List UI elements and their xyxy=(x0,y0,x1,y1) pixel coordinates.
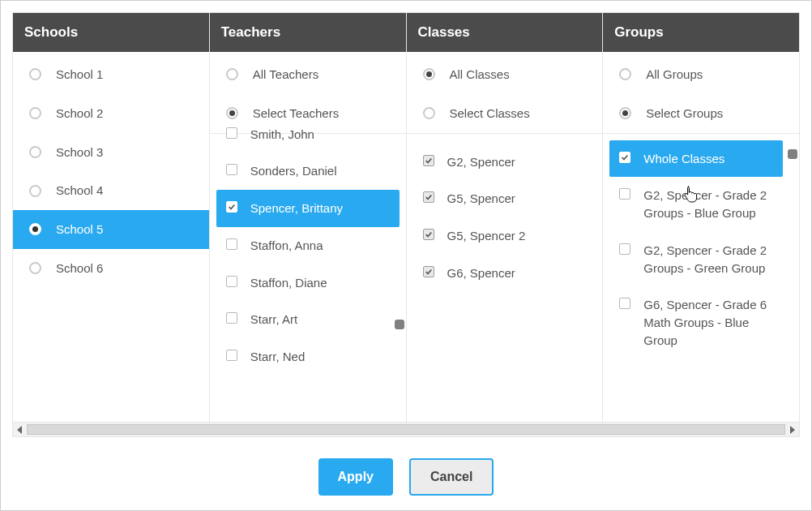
radio-icon xyxy=(619,107,631,119)
column-body-schools: School 1School 2School 3School 4School 5… xyxy=(13,52,209,422)
checkbox-icon xyxy=(226,164,237,175)
class-label: G2, Spencer xyxy=(447,153,515,171)
radio-icon xyxy=(29,223,41,235)
checkbox-icon xyxy=(226,312,237,324)
teacher-label: Smith, John xyxy=(250,126,314,144)
checkbox-icon xyxy=(423,229,434,240)
scroll-thumb[interactable] xyxy=(27,424,785,435)
checkbox-icon xyxy=(619,188,630,200)
teacher-item[interactable]: Spencer, Brittany xyxy=(216,190,400,227)
column-header-groups: Groups xyxy=(603,13,799,52)
classes-modes: All ClassesSelect Classes xyxy=(407,52,603,133)
school-option[interactable]: School 4 xyxy=(13,171,209,210)
group-label: G2, Spencer - Grade 2 Groups - Blue Grou… xyxy=(643,187,773,222)
scrollbar-thumb[interactable] xyxy=(395,320,404,329)
scrollbar-thumb[interactable] xyxy=(788,149,797,159)
checkbox-icon xyxy=(226,201,237,213)
cancel-button[interactable]: Cancel xyxy=(409,458,494,496)
classes-mode-option[interactable]: All Classes xyxy=(407,55,603,94)
school-label: School 6 xyxy=(56,260,103,277)
teacher-label: Staffon, Diane xyxy=(250,274,327,292)
checkbox-icon xyxy=(619,243,630,255)
school-option[interactable]: School 5 xyxy=(13,210,209,249)
groups-mode-label: All Groups xyxy=(646,66,703,84)
class-item[interactable]: G5, Spencer 2 xyxy=(413,217,596,255)
checkbox-icon xyxy=(226,238,237,250)
scroll-left-icon[interactable] xyxy=(17,426,22,434)
class-item[interactable]: G5, Spencer xyxy=(413,180,596,217)
class-label: G5, Spencer xyxy=(447,190,515,208)
radio-icon xyxy=(619,68,631,80)
column-classes: Classes All ClassesSelect Classes G2, Sp… xyxy=(407,13,604,422)
column-header-teachers: Teachers xyxy=(210,13,406,52)
teacher-item[interactable]: Starr, Art xyxy=(216,301,400,338)
checkbox-icon xyxy=(226,276,237,287)
school-option[interactable]: School 6 xyxy=(13,249,209,288)
classes-mode-label: All Classes xyxy=(450,66,510,84)
teachers-mode-label: Select Teachers xyxy=(253,105,339,122)
checkbox-icon xyxy=(423,266,434,277)
apply-button[interactable]: Apply xyxy=(318,458,393,496)
horizontal-scrollbar[interactable] xyxy=(12,423,800,437)
column-schools: Schools School 1School 2School 3School 4… xyxy=(13,13,210,422)
group-item[interactable]: G6, Spencer - Grade 6 Math Groups - Blue… xyxy=(609,286,783,359)
school-option[interactable]: School 2 xyxy=(13,94,209,133)
groups-modes: All GroupsSelect Groups xyxy=(603,52,799,133)
radio-icon xyxy=(423,107,435,119)
teacher-item[interactable]: Sonders, Daniel xyxy=(216,152,400,190)
column-teachers: Teachers All TeachersSelect Teachers Smi… xyxy=(210,13,407,422)
column-body-groups: All GroupsSelect Groups Whole ClassesG2,… xyxy=(603,52,799,422)
school-label: School 2 xyxy=(56,105,103,122)
teacher-label: Starr, Ned xyxy=(250,348,306,366)
teacher-item[interactable]: Starr, Ned xyxy=(216,338,400,376)
schools-list: School 1School 2School 3School 4School 5… xyxy=(13,52,209,288)
radio-icon xyxy=(423,68,435,80)
school-option[interactable]: School 3 xyxy=(13,133,209,172)
class-item[interactable]: G2, Spencer xyxy=(413,144,596,181)
group-item[interactable]: G2, Spencer - Grade 2 Groups - Blue Grou… xyxy=(609,177,783,232)
teachers-mode-label: All Teachers xyxy=(253,66,318,84)
radio-icon xyxy=(29,68,41,80)
scroll-right-icon[interactable] xyxy=(790,426,795,434)
teacher-label: Starr, Art xyxy=(250,311,297,328)
groups-mode-label: Select Groups xyxy=(646,105,723,122)
column-groups: Groups All GroupsSelect Groups Whole Cla… xyxy=(603,13,799,422)
classes-mode-option[interactable]: Select Classes xyxy=(407,94,603,133)
classes-mode-label: Select Classes xyxy=(450,105,530,122)
teachers-items: Smith, JohnSonders, DanielSpencer, Britt… xyxy=(210,116,406,376)
checkbox-icon xyxy=(423,155,434,166)
dialog-footer: Apply Cancel xyxy=(12,437,800,496)
groups-items: Whole ClassesG2, Spencer - Grade 2 Group… xyxy=(603,134,799,359)
teacher-item[interactable]: Staffon, Anna xyxy=(216,227,400,264)
classes-items: G2, SpencerG5, SpencerG5, Spencer 2G6, S… xyxy=(407,134,603,292)
checkbox-icon xyxy=(226,127,237,139)
radio-icon xyxy=(226,107,238,119)
radio-icon xyxy=(226,68,238,80)
radio-icon xyxy=(29,107,41,119)
checkbox-icon xyxy=(619,298,630,309)
group-item[interactable]: Whole Classes xyxy=(609,140,783,178)
groups-mode-option[interactable]: Select Groups xyxy=(603,94,799,133)
class-label: G5, Spencer 2 xyxy=(447,227,526,245)
radio-icon xyxy=(29,262,41,274)
checkbox-icon xyxy=(619,152,630,163)
school-label: School 1 xyxy=(56,66,103,84)
class-item[interactable]: G6, Spencer xyxy=(413,255,596,292)
school-label: School 4 xyxy=(56,182,103,200)
column-header-classes: Classes xyxy=(407,13,603,52)
groups-mode-option[interactable]: All Groups xyxy=(603,55,799,94)
column-body-classes: All ClassesSelect Classes G2, SpencerG5,… xyxy=(407,52,603,422)
radio-icon xyxy=(29,146,41,158)
teachers-mode-option[interactable]: All Teachers xyxy=(210,55,406,94)
checkbox-icon xyxy=(423,191,434,203)
checkbox-icon xyxy=(226,350,237,361)
group-label: Whole Classes xyxy=(643,150,724,168)
group-label: G6, Spencer - Grade 6 Math Groups - Blue… xyxy=(643,296,773,349)
school-option[interactable]: School 1 xyxy=(13,55,209,94)
group-item[interactable]: G2, Spencer - Grade 2 Groups - Green Gro… xyxy=(609,232,783,287)
teacher-label: Staffon, Anna xyxy=(250,237,323,255)
column-body-teachers: All TeachersSelect Teachers Smith, JohnS… xyxy=(210,52,406,422)
teacher-item[interactable]: Staffon, Diane xyxy=(216,264,400,302)
selector-dialog: Schools School 1School 2School 3School 4… xyxy=(0,0,812,511)
columns: Schools School 1School 2School 3School 4… xyxy=(12,12,800,423)
